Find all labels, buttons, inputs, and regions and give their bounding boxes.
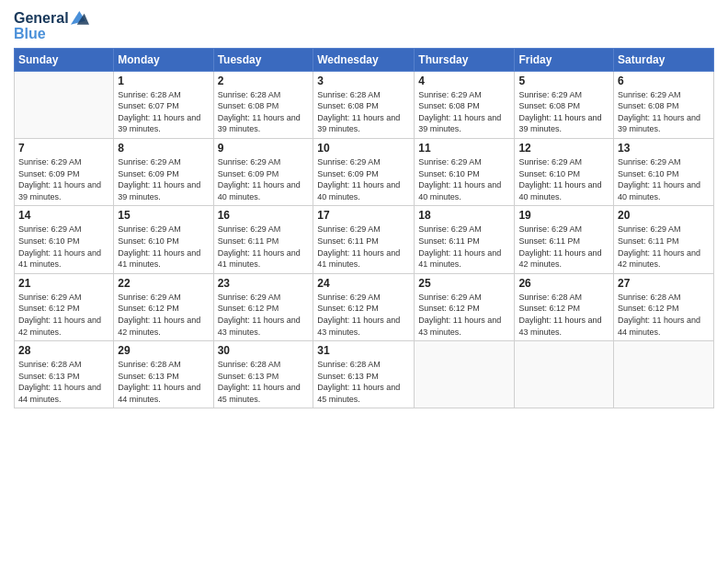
calendar-cell: 27Sunrise: 6:28 AMSunset: 6:12 PMDayligh… [614, 273, 714, 340]
calendar-cell: 22Sunrise: 6:29 AMSunset: 6:12 PMDayligh… [114, 273, 213, 340]
day-number: 6 [618, 75, 710, 87]
cell-sun-info: Sunrise: 6:29 AMSunset: 6:09 PMDaylight:… [118, 156, 209, 202]
cell-sun-info: Sunrise: 6:29 AMSunset: 6:08 PMDaylight:… [418, 89, 510, 135]
weekday-header-tuesday: Tuesday [213, 48, 313, 71]
day-number: 22 [118, 277, 209, 290]
weekday-header-thursday: Thursday [415, 48, 515, 71]
logo-container: General Blue [14, 9, 89, 42]
logo: General Blue [14, 9, 89, 42]
week-row-3: 14Sunrise: 6:29 AMSunset: 6:10 PMDayligh… [15, 206, 714, 273]
calendar-cell: 5Sunrise: 6:29 AMSunset: 6:08 PMDaylight… [515, 71, 614, 138]
day-number: 8 [118, 142, 209, 155]
calendar-cell: 13Sunrise: 6:29 AMSunset: 6:10 PMDayligh… [614, 138, 714, 205]
calendar-cell: 20Sunrise: 6:29 AMSunset: 6:11 PMDayligh… [614, 206, 714, 273]
day-number: 5 [518, 75, 609, 87]
calendar-cell: 14Sunrise: 6:29 AMSunset: 6:10 PMDayligh… [15, 206, 114, 273]
day-number: 3 [317, 75, 410, 87]
cell-sun-info: Sunrise: 6:29 AMSunset: 6:12 PMDaylight:… [118, 292, 209, 338]
day-number: 12 [518, 142, 609, 155]
day-number: 26 [518, 277, 609, 290]
weekday-header-wednesday: Wednesday [313, 48, 415, 71]
cell-sun-info: Sunrise: 6:28 AMSunset: 6:13 PMDaylight:… [317, 359, 410, 405]
week-row-5: 28Sunrise: 6:28 AMSunset: 6:13 PMDayligh… [15, 341, 714, 408]
calendar-cell: 30Sunrise: 6:28 AMSunset: 6:13 PMDayligh… [213, 341, 313, 408]
day-number: 14 [18, 209, 109, 222]
cell-sun-info: Sunrise: 6:28 AMSunset: 6:07 PMDaylight:… [118, 89, 209, 135]
weekday-header-saturday: Saturday [614, 48, 714, 71]
logo-icon [71, 9, 89, 28]
weekday-header-friday: Friday [515, 48, 614, 71]
calendar-cell: 31Sunrise: 6:28 AMSunset: 6:13 PMDayligh… [313, 341, 415, 408]
calendar-cell: 8Sunrise: 6:29 AMSunset: 6:09 PMDaylight… [114, 138, 213, 205]
cell-sun-info: Sunrise: 6:28 AMSunset: 6:13 PMDaylight:… [18, 359, 109, 405]
cell-sun-info: Sunrise: 6:28 AMSunset: 6:13 PMDaylight:… [118, 359, 209, 405]
cell-sun-info: Sunrise: 6:29 AMSunset: 6:10 PMDaylight:… [518, 156, 609, 202]
cell-sun-info: Sunrise: 6:29 AMSunset: 6:10 PMDaylight:… [418, 156, 510, 202]
cell-sun-info: Sunrise: 6:29 AMSunset: 6:08 PMDaylight:… [618, 89, 710, 135]
weekday-header-row: SundayMondayTuesdayWednesdayThursdayFrid… [15, 48, 714, 71]
cell-sun-info: Sunrise: 6:28 AMSunset: 6:08 PMDaylight:… [317, 89, 410, 135]
calendar-cell: 6Sunrise: 6:29 AMSunset: 6:08 PMDaylight… [614, 71, 714, 138]
week-row-1: 1Sunrise: 6:28 AMSunset: 6:07 PMDaylight… [15, 71, 714, 138]
day-number: 28 [18, 344, 109, 357]
day-number: 13 [618, 142, 710, 155]
calendar-cell: 7Sunrise: 6:29 AMSunset: 6:09 PMDaylight… [15, 138, 114, 205]
day-number: 19 [518, 209, 609, 222]
cell-sun-info: Sunrise: 6:29 AMSunset: 6:09 PMDaylight:… [18, 156, 109, 202]
cell-sun-info: Sunrise: 6:29 AMSunset: 6:11 PMDaylight:… [317, 224, 410, 270]
calendar-cell: 21Sunrise: 6:29 AMSunset: 6:12 PMDayligh… [15, 273, 114, 340]
day-number: 23 [218, 277, 310, 290]
day-number: 18 [418, 209, 510, 222]
cell-sun-info: Sunrise: 6:29 AMSunset: 6:08 PMDaylight:… [518, 89, 609, 135]
calendar-table: SundayMondayTuesdayWednesdayThursdayFrid… [14, 48, 714, 409]
cell-sun-info: Sunrise: 6:29 AMSunset: 6:11 PMDaylight:… [518, 224, 609, 270]
calendar-cell: 26Sunrise: 6:28 AMSunset: 6:12 PMDayligh… [515, 273, 614, 340]
day-number: 30 [218, 344, 310, 357]
cell-sun-info: Sunrise: 6:29 AMSunset: 6:12 PMDaylight:… [218, 292, 310, 338]
calendar-cell: 12Sunrise: 6:29 AMSunset: 6:10 PMDayligh… [515, 138, 614, 205]
calendar-cell: 9Sunrise: 6:29 AMSunset: 6:09 PMDaylight… [213, 138, 313, 205]
calendar-cell: 2Sunrise: 6:28 AMSunset: 6:08 PMDaylight… [213, 71, 313, 138]
cell-sun-info: Sunrise: 6:29 AMSunset: 6:12 PMDaylight:… [317, 292, 410, 338]
cell-sun-info: Sunrise: 6:28 AMSunset: 6:12 PMDaylight:… [518, 292, 609, 338]
cell-sun-info: Sunrise: 6:29 AMSunset: 6:11 PMDaylight:… [418, 224, 510, 270]
calendar-cell: 3Sunrise: 6:28 AMSunset: 6:08 PMDaylight… [313, 71, 415, 138]
cell-sun-info: Sunrise: 6:29 AMSunset: 6:11 PMDaylight:… [218, 224, 310, 270]
calendar-cell: 15Sunrise: 6:29 AMSunset: 6:10 PMDayligh… [114, 206, 213, 273]
calendar-cell [15, 71, 114, 138]
day-number: 15 [118, 209, 209, 222]
calendar-cell: 4Sunrise: 6:29 AMSunset: 6:08 PMDaylight… [415, 71, 515, 138]
page-header: General Blue [14, 9, 714, 42]
cell-sun-info: Sunrise: 6:29 AMSunset: 6:10 PMDaylight:… [118, 224, 209, 270]
weekday-header-sunday: Sunday [15, 48, 114, 71]
calendar-cell: 24Sunrise: 6:29 AMSunset: 6:12 PMDayligh… [313, 273, 415, 340]
calendar-cell [415, 341, 515, 408]
cell-sun-info: Sunrise: 6:29 AMSunset: 6:12 PMDaylight:… [418, 292, 510, 338]
calendar-cell: 1Sunrise: 6:28 AMSunset: 6:07 PMDaylight… [114, 71, 213, 138]
day-number: 16 [218, 209, 310, 222]
day-number: 11 [418, 142, 510, 155]
day-number: 27 [618, 277, 710, 290]
day-number: 24 [317, 277, 410, 290]
weekday-header-monday: Monday [114, 48, 213, 71]
cell-sun-info: Sunrise: 6:29 AMSunset: 6:11 PMDaylight:… [618, 224, 710, 270]
calendar-cell: 29Sunrise: 6:28 AMSunset: 6:13 PMDayligh… [114, 341, 213, 408]
day-number: 25 [418, 277, 510, 290]
calendar-cell: 17Sunrise: 6:29 AMSunset: 6:11 PMDayligh… [313, 206, 415, 273]
day-number: 9 [218, 142, 310, 155]
cell-sun-info: Sunrise: 6:29 AMSunset: 6:10 PMDaylight:… [18, 224, 109, 270]
cell-sun-info: Sunrise: 6:29 AMSunset: 6:09 PMDaylight:… [317, 156, 410, 202]
cell-sun-info: Sunrise: 6:29 AMSunset: 6:09 PMDaylight:… [218, 156, 310, 202]
cell-sun-info: Sunrise: 6:28 AMSunset: 6:12 PMDaylight:… [618, 292, 710, 338]
day-number: 21 [18, 277, 109, 290]
week-row-2: 7Sunrise: 6:29 AMSunset: 6:09 PMDaylight… [15, 138, 714, 205]
day-number: 4 [418, 75, 510, 87]
day-number: 17 [317, 209, 410, 222]
calendar-cell: 23Sunrise: 6:29 AMSunset: 6:12 PMDayligh… [213, 273, 313, 340]
calendar-cell: 25Sunrise: 6:29 AMSunset: 6:12 PMDayligh… [415, 273, 515, 340]
calendar-cell: 16Sunrise: 6:29 AMSunset: 6:11 PMDayligh… [213, 206, 313, 273]
day-number: 2 [218, 75, 310, 87]
day-number: 10 [317, 142, 410, 155]
day-number: 7 [18, 142, 109, 155]
logo-general: General [14, 10, 69, 27]
